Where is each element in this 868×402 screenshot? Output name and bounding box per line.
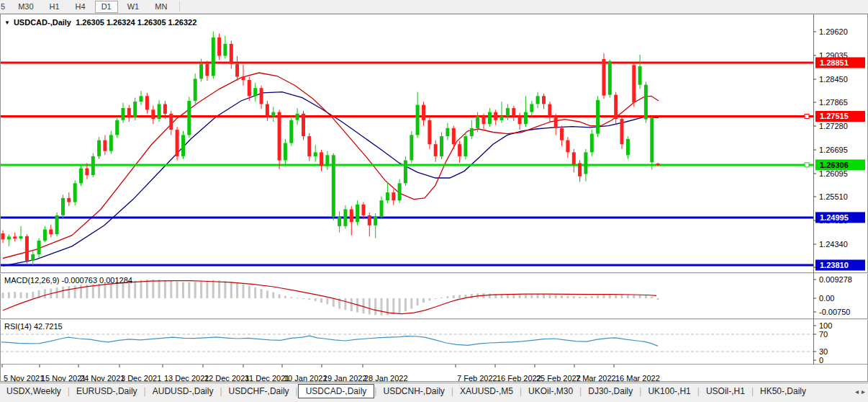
macd-bar [363,298,365,313]
macd-bar [519,295,521,298]
candle-body [566,140,569,153]
candle-body [650,118,654,162]
tab-usdchf-daily[interactable]: USDCHF-,Daily [222,385,296,398]
macd-bar [326,298,328,304]
macd-bar [261,289,263,298]
candle-body [494,112,497,120]
macd-bar [591,296,593,298]
candle-body [145,96,149,110]
macd-bar [381,298,383,316]
rsi-axis-label: 0 [819,356,823,365]
macd-bar [404,298,407,311]
hline-handle[interactable] [805,115,809,119]
macd-bar [627,295,629,298]
candle-body [43,229,47,241]
macd-bar [272,292,274,298]
candle-body [55,215,59,234]
tab-xauusd-m5[interactable]: XAUUSD-,M5 [453,385,520,398]
price-tick-label: 1.29620 [819,27,848,36]
chart-title: ▼USDCAD-,Daily 1.26305 1.26324 1.26305 1… [4,18,196,27]
tab-dj30-daily[interactable]: DJ30-,Daily [582,385,639,398]
tab-usdcad-daily[interactable]: USDCAD-,Daily [298,384,375,398]
candle-body [122,108,125,120]
candle-body [7,236,11,239]
macd-bar [158,280,161,298]
macd-bar [633,295,635,298]
macd-bar [146,280,148,298]
candle-body [169,114,173,130]
candle-body [133,102,137,117]
hline-handle[interactable] [805,163,809,167]
candle-body [488,112,492,125]
macd-bar [2,292,4,298]
date-label: 10 Jan 2022 [284,374,327,383]
candle-body [176,130,179,156]
macd-bar [548,294,551,298]
timeframe-button-5[interactable]: 5 [0,1,9,13]
tab-eurusd-daily[interactable]: EURUSD-,Daily [70,385,144,398]
tab-scroll-left-icon[interactable]: ◂ [855,388,859,396]
macd-bar [597,295,599,298]
tab-uk100-h1[interactable]: UK100-,H1 [641,385,697,398]
candle-body [163,104,167,114]
chart-dropdown-icon[interactable]: ▼ [4,19,10,26]
macd-bar [20,292,22,298]
macd-bar [152,280,154,298]
timeframe-button-h4[interactable]: H4 [69,1,92,13]
candle-body [578,163,582,176]
macd-axis-label: -0.00750 [819,308,850,316]
candle-body [560,128,564,140]
macd-bar [284,296,286,298]
macd-bar [369,298,371,314]
tab-usdx-weekly[interactable]: USDX,Weekly [0,385,68,398]
chart-ohlc-values: 1.26305 1.26324 1.26305 1.26322 [76,18,196,27]
candle-body [235,64,239,77]
timeframe-button-mn[interactable]: MN [148,1,173,13]
macd-bar [440,298,443,298]
rsi-indicator-label: RSI(14) 42.7215 [4,322,63,331]
date-label: 24 Nov 2021 [80,374,125,383]
chart-canvas[interactable]: 1.296201.290351.284501.278651.272801.266… [0,14,868,383]
chart-window-frame [1,14,868,382]
candle-body [416,105,420,135]
candle-body [410,135,413,160]
tab-usdcnh-daily[interactable]: USDCNH-,Daily [376,385,451,398]
candle-body [151,110,155,119]
candle-body [31,254,35,261]
timeframe-button-h1[interactable]: H1 [43,1,66,13]
timeframe-button-w1[interactable]: W1 [121,1,146,13]
macd-bar [537,294,539,298]
candle-body [362,205,366,215]
macd-bar [315,298,317,301]
macd-bar [543,294,545,298]
timeframe-button-d1[interactable]: D1 [95,1,118,13]
macd-bar [182,282,184,298]
date-label: 16 Feb 2022 [497,374,541,383]
candle-body [440,136,443,156]
date-label: 5 Nov 2021 [4,374,44,383]
macd-bar [417,298,419,305]
macd-bar [170,281,172,298]
status-strip [0,398,868,402]
candle-body [49,229,53,234]
timeframe-button-m30[interactable]: M30 [12,1,40,13]
candle-body [194,79,197,101]
candle-body [37,241,41,254]
macd-bar [188,282,190,298]
candle-body [217,37,221,56]
macd-bar [212,280,214,298]
tab-scroll-right-icon[interactable]: ▸ [862,388,865,396]
tab-audusd-daily[interactable]: AUDUSD-,Daily [146,385,220,398]
candle-body [181,135,185,156]
candle-body [404,161,407,184]
tab-ukoil-m30[interactable]: UKOil-,M30 [522,385,579,398]
candle-body [356,205,359,223]
macd-bar [224,281,226,298]
tab-hk50-daily[interactable]: HK50-,Daily [754,385,813,398]
date-label: 7 Mar 2022 [576,374,616,383]
candle-body [500,116,504,120]
macd-bar [507,295,509,298]
tab-usoil-h1[interactable]: USOil-,H1 [700,385,751,398]
candle-body [97,140,101,156]
candle-body [428,120,431,144]
